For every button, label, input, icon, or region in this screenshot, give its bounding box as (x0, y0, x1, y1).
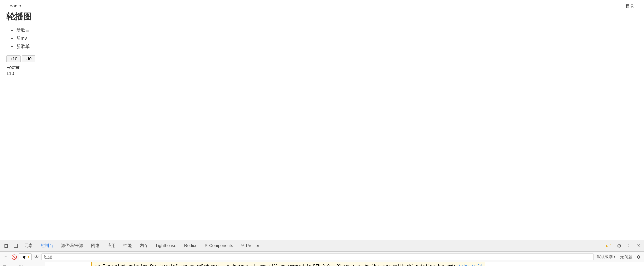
filter-input[interactable] (41, 253, 594, 260)
tab-sources[interactable]: 源代码/来源 (57, 240, 87, 251)
console-body: ☰ 6 条消息 👤 6 条用户消... ⊗ 无错误 ⚠ 1 条警告 (0, 262, 644, 266)
footer-label: Footer (6, 65, 638, 70)
context-label: top (20, 254, 26, 259)
log-toggle-1[interactable]: ▶ (99, 263, 102, 266)
tab-profiler[interactable]: ⚛ Profiler (237, 240, 263, 251)
context-dropdown-arrow: ▼ (27, 255, 30, 259)
button-group: +10 -10 (6, 55, 638, 62)
context-selector[interactable]: top ▼ (19, 253, 32, 260)
carousel-item-1: 新歌曲 (16, 26, 638, 34)
count-label: 110 (6, 71, 638, 76)
inspect-icon[interactable]: ⊡ (1, 241, 11, 250)
warn-count: 1 (610, 244, 612, 248)
console-settings-icon[interactable]: ⚙ (635, 254, 642, 260)
carousel-item-2: 新mv (16, 34, 638, 42)
badge-all-label: 6 条消息 (9, 265, 25, 266)
tab-elements[interactable]: 元素 (20, 240, 37, 251)
settings-button[interactable]: ⚙ (615, 242, 623, 250)
sidebar-toggle-icon[interactable]: ≡ (2, 253, 9, 260)
carousel-title: 轮播图 (6, 11, 638, 22)
badge-all-messages[interactable]: ☰ 6 条消息 (0, 263, 45, 266)
console-sidebar: ☰ 6 条消息 👤 6 条用户消... ⊗ 无错误 ⚠ 1 条警告 (0, 262, 45, 266)
responsive-icon[interactable]: ☐ (11, 241, 20, 250)
tab-network[interactable]: 网络 (87, 240, 103, 251)
tab-performance[interactable]: 性能 (120, 240, 136, 251)
list-icon: ☰ (3, 265, 7, 266)
carousel-list: 新歌曲 新mv 新歌单 (16, 26, 638, 51)
log-entry-warn: ▲ ▶ The object notation for `createSlice… (91, 262, 485, 266)
no-issues-label: 无问题 (619, 254, 634, 260)
toc-label[interactable]: 目录 (626, 3, 634, 9)
plus-button[interactable]: +10 (6, 55, 21, 62)
warn-badge: ▲ 1 (603, 243, 614, 249)
default-level-dropdown[interactable]: 默认级别 ▾ (595, 254, 617, 260)
clear-console-icon[interactable]: 🚫 (10, 253, 18, 260)
devtools-panel: ⊡ ☐ 元素 控制台 源代码/来源 网络 应用 性能 内存 Lighthouse… (0, 240, 644, 266)
tab-redux[interactable]: Redux (180, 240, 200, 251)
tab-components[interactable]: ⚛ Components (200, 240, 237, 251)
warn-icon: ▲ (95, 263, 97, 266)
devtools-tab-right: ▲ 1 ⚙ ⋮ ✕ (603, 242, 643, 250)
log-source-1[interactable]: index.js:24 (458, 263, 482, 266)
minus-button[interactable]: -10 (22, 55, 35, 62)
tab-application[interactable]: 应用 (103, 240, 120, 251)
log-content-1: The object notation for `createSlice.ext… (103, 263, 456, 266)
devtools-tab-bar: ⊡ ☐ 元素 控制台 源代码/来源 网络 应用 性能 内存 Lighthouse… (0, 240, 644, 252)
warn-triangle-icon: ▲ (604, 243, 609, 248)
log-entries: ▲ ▶ The object notation for `createSlice… (91, 262, 485, 266)
console-log-area: ☰ 6 条消息 👤 6 条用户消... ⊗ 无错误 ⚠ 1 条警告 (0, 262, 644, 266)
tab-memory[interactable]: 内存 (136, 240, 152, 251)
log-text-1: The object notation for `createSlice.ext… (103, 263, 456, 266)
eye-icon[interactable]: 👁 (33, 253, 40, 260)
more-button[interactable]: ⋮ (625, 242, 633, 250)
tab-console[interactable]: 控制台 (37, 240, 57, 251)
console-toolbar: ≡ 🚫 top ▼ 👁 默认级别 ▾ 无问题 ⚙ (0, 252, 644, 262)
web-preview: Header 轮播图 新歌曲 新mv 新歌单 +10 -10 Footer 11… (0, 0, 644, 120)
header-label: Header (6, 3, 638, 8)
carousel-item-3: 新歌单 (16, 42, 638, 51)
tab-lighthouse[interactable]: Lighthouse (152, 240, 181, 251)
close-button[interactable]: ✕ (635, 242, 643, 250)
